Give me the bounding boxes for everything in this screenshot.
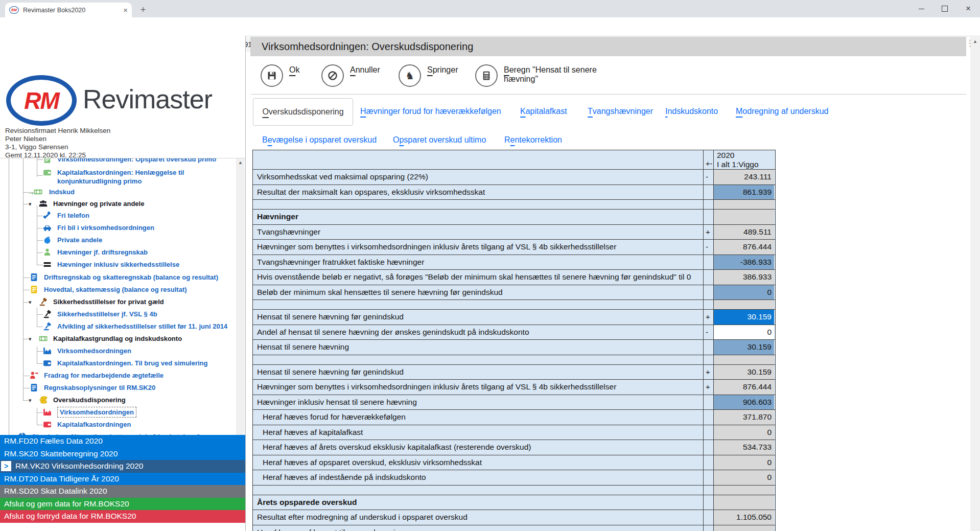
tree-item-label[interactable]: Overskudsdisponering	[53, 394, 126, 406]
tree-item-label[interactable]: Virksomhedsordningen	[57, 407, 136, 418]
scroll-up-icon[interactable]: ▲	[236, 160, 245, 165]
new-tab-button[interactable]: +	[137, 4, 149, 16]
module-button-afslut-og-fortryd-data-for-rm-[interactable]: Afslut og fortryd data for RM.BOKS20	[0, 510, 245, 523]
save-icon[interactable]	[261, 64, 283, 87]
tree-item-h-vninger-inklusiv-sikkerhedsstillelse[interactable]: Hævninger inklusiv sikkerhedsstillelse	[0, 259, 235, 271]
row-label: Heraf hæves af årets overskud eksklusiv …	[253, 440, 704, 455]
knight-icon[interactable]: ♞	[399, 64, 421, 87]
tree-item-label[interactable]: Kapitalafkastordningen: Henlæggelse til …	[57, 168, 206, 186]
module-button-afslut-og-gem-data-for-rm-boks[interactable]: Afslut og gem data for RM.BOKS20	[0, 498, 245, 511]
tree-item-virksomhedsordningen[interactable]: Virksomhedsordningen	[0, 406, 235, 419]
table-row: Virksomhedsskat ved maksimal opsparing (…	[253, 169, 775, 184]
tree-item-sikkerhedsstillelser-for-privat-g-ld[interactable]: ▾Sikkerhedsstillelser for privat gæld	[0, 296, 235, 308]
firm-name: Revisionsfirmaet Henrik Mikkelsen	[5, 127, 240, 134]
row-label: Resultat efter modregning af underskud i…	[253, 510, 704, 525]
tree-item-kapitalafkastgrundlag-og-indskudskonto[interactable]: ▾Kapitalafkastgrundlag og indskudskonto	[0, 333, 235, 345]
module-button-rm-sk20-skatteberegning-2020[interactable]: RM.SK20 Skatteberegning 2020	[0, 448, 245, 460]
row-label: Hævninger	[253, 210, 704, 224]
table-row: Heraf hæves forud for hæverækkefølgen 37…	[253, 409, 775, 425]
tree-item-virksomhedsordningen[interactable]: Virksomhedsordningen	[0, 345, 235, 357]
tree-item-regnskabsoplysninger-til-rm-sk20[interactable]: Regnskabsoplysninger til RM.SK20	[0, 382, 235, 394]
tree-item-kapitalafkastordningen-til-brug-ved-simu[interactable]: Kapitalafkastordningen. Til brug ved sim…	[0, 357, 235, 370]
tree-item-hovedtal-skattem-ssig-balance-og-resulta[interactable]: Hovedtal, skattemæssig (balance og resul…	[0, 284, 235, 296]
tree-item-overskudsdisponering[interactable]: ▾Overskudsdisponering	[0, 394, 235, 406]
row-sign	[704, 455, 714, 470]
tree-item-label[interactable]: Hovedtal, skattemæssig (balance og resul…	[44, 284, 187, 296]
tree-item-label[interactable]: Driftsregnskab og skatteregnskab (balanc…	[44, 271, 218, 284]
tree-item-label[interactable]: Regnskabsoplysninger til RM.SK20	[44, 382, 155, 394]
tree-item-fri-bil-i-virksomhedsordningen[interactable]: Fri bil i virksomhedsordningen	[0, 222, 235, 234]
tab-rentekorrektion[interactable]: Rentekorrektion	[504, 131, 562, 149]
row-sign	[704, 255, 714, 270]
module-button-rm-dt20-data-tidligere-r-2020[interactable]: RM.DT20 Data Tidligere År 2020	[0, 473, 245, 486]
table-row: Årets opsparede overskud	[253, 495, 775, 510]
module-button-rm-fd20-f-lles-data-2020[interactable]: RM.FD20 Fælles Data 2020	[0, 435, 245, 448]
tree-item-label[interactable]: Afvikling af sikkerhedsstillelser stille…	[57, 320, 227, 333]
tree-item-label[interactable]: Hævninger inklusiv sikkerhedsstillelse	[57, 259, 179, 271]
tab-close-icon[interactable]: ×	[123, 6, 128, 14]
tab-h-vninger-forud-for-h-ver-kkef[interactable]: Hævninger forud for hæverækkefølgen	[360, 102, 501, 121]
wallet-icon	[43, 420, 52, 429]
tab-opsparet-overskud-ultimo[interactable]: Opsparet overskud ultimo	[393, 131, 486, 149]
tree-item-indskud[interactable]: →Indskud	[0, 186, 235, 198]
tree-item-label[interactable]: Sikkerhedsstillelser for privat gæld	[53, 296, 164, 308]
tree-item-label[interactable]: Private andele	[57, 234, 102, 246]
tree-scrollbar[interactable]: ▲ ▼	[236, 158, 245, 469]
tree-item-label[interactable]: Fradrag for medarbejdende ægtefælle	[44, 370, 164, 382]
tab-kapitalafkast[interactable]: Kapitalafkast	[520, 102, 567, 121]
tree-item-label[interactable]: Kapitalafkastordningen	[57, 419, 131, 431]
chevron-down-icon[interactable]: ▾	[29, 394, 32, 406]
cancel-button[interactable]: Annuller	[321, 64, 380, 87]
tree-item-fradrag-for-medarbejdende-gtef-lle[interactable]: Fradrag for medarbejdende ægtefælle	[0, 370, 235, 382]
page-scrollbar[interactable]: ▲	[970, 37, 980, 531]
row-value[interactable]: 0	[714, 325, 774, 340]
tree-item-label[interactable]: Sikkerhedsstillelser jf. VSL § 4b	[57, 308, 157, 320]
module-button-rm-sd20-skat-datalink-2020[interactable]: RM.SD20 Skat Datalink 2020	[0, 485, 245, 498]
tree-item-sikkerhedsstillelser-jf-vsl-4b[interactable]: Sikkerhedsstillelser jf. VSL § 4b	[0, 308, 235, 320]
tree-item-kapitalafkastordningen[interactable]: Kapitalafkastordningen	[0, 419, 235, 431]
tab-modregning-af-underskud[interactable]: Modregning af underskud	[736, 102, 828, 121]
browser-toolbar: ← → ↻ service.revimaster.dk/loggedin/app…	[0, 17, 980, 36]
chevron-down-icon[interactable]: ▾	[29, 296, 32, 308]
row-value: 861.939	[714, 185, 774, 200]
window-maximize-button[interactable]	[933, 0, 956, 17]
tree-item-kapitalafkastordningen-henl-ggelse-til-k[interactable]: Kapitalafkastordningen: Henlæggelse til …	[0, 167, 235, 186]
row-value[interactable]: 30.159	[714, 310, 774, 325]
module-button-rm-vk20-virksomhedsordning-202[interactable]: >RM.VK20 Virksomhedsordning 2020	[0, 460, 245, 473]
tree-item-virksomhedsordningen-opsparet-overskud-p[interactable]: Virksomhedsordningen: Opsparet overskud …	[0, 158, 235, 166]
scroll-up-icon[interactable]: ▲	[970, 39, 980, 44]
browser-tab[interactable]: RM Revimaster Boks2020 ×	[5, 3, 132, 17]
tree-item-label[interactable]: Fri bil i virksomhedsordningen	[57, 222, 154, 234]
jump-button[interactable]: ♞ Springer	[399, 64, 458, 87]
ok-button[interactable]: Ok	[261, 64, 299, 87]
application-window: RM Revimaster Boks2020 × + × ← → ↻ servi…	[0, 0, 980, 531]
tree-item-driftsregnskab-og-skatteregnskab-balance[interactable]: Driftsregnskab og skatteregnskab (balanc…	[0, 271, 235, 284]
window-minimize-button[interactable]	[909, 0, 933, 17]
tree-item-h-vninger-og-private-andele[interactable]: ▾Hævninger og private andele	[0, 198, 235, 210]
tab-bev-gelse-i-opsparet-overskud[interactable]: Bevægelse i opsparet overskud	[262, 131, 377, 149]
row-value: 386.933	[714, 270, 774, 285]
tree-item-label[interactable]: Kapitalafkastgrundlag og indskudskonto	[53, 333, 182, 345]
calculator-icon[interactable]	[475, 64, 498, 87]
tree-item-label[interactable]: Virksomhedsordningen: Opsparet overskud …	[57, 158, 216, 166]
sidebar: RM Revimaster Revisionsfirmaet Henrik Mi…	[0, 36, 246, 531]
chevron-down-icon[interactable]: ▾	[29, 333, 32, 345]
tree-item-label[interactable]: Virksomhedsordningen	[57, 345, 131, 357]
tree-item-label[interactable]: Hævninger jf. driftsregnskab	[57, 246, 148, 259]
chevron-down-icon[interactable]: ▾	[29, 198, 32, 210]
tree-item-fri-telefon[interactable]: Fri telefon	[0, 210, 235, 222]
tree-item-private-andele[interactable]: Private andele	[0, 234, 235, 246]
tab-indskudskonto[interactable]: Indskudskonto	[665, 102, 718, 121]
tab-tvangsh-vninger[interactable]: Tvangshævninger	[588, 102, 653, 121]
cancel-icon[interactable]	[321, 64, 344, 87]
tab-overskudsdisponering[interactable]: Overskudsdisponering	[253, 98, 353, 126]
row-value: 0	[714, 425, 774, 440]
calculate-button[interactable]: Beregn "Hensat til senere hævning"	[475, 64, 606, 87]
tree-item-h-vninger-jf-driftsregnskab[interactable]: Hævninger jf. driftsregnskab	[0, 246, 235, 259]
tree-item-label[interactable]: Hævninger og private andele	[53, 198, 144, 210]
tree-item-afvikling-af-sikkerhedsstillelser-stille[interactable]: Afvikling af sikkerhedsstillelser stille…	[0, 320, 235, 333]
window-close-button[interactable]: ×	[956, 0, 980, 17]
tree-item-label[interactable]: Kapitalafkastordningen. Til brug ved sim…	[57, 357, 207, 370]
tree-item-label[interactable]: Indskud	[49, 186, 75, 198]
tree-item-label[interactable]: Fri telefon	[57, 210, 89, 222]
